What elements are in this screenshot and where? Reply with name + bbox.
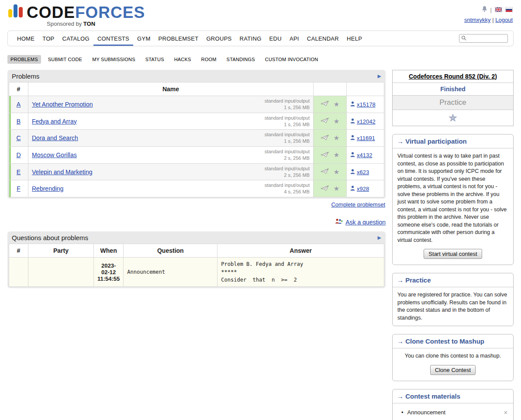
subnav-room[interactable]: ROOM bbox=[198, 55, 220, 64]
subnav-status[interactable]: STATUS bbox=[142, 55, 167, 64]
search-input[interactable] bbox=[466, 35, 506, 42]
lang-separator: | bbox=[490, 7, 492, 13]
practice-box: → Practice You are registered for practi… bbox=[392, 273, 514, 326]
clone-contest-body: You can clone this contest to a mashup. bbox=[393, 348, 513, 364]
language-en-flag-icon[interactable] bbox=[495, 7, 502, 12]
logo-code: CODE bbox=[27, 3, 75, 21]
codeforces-logo[interactable]: CODEFORCES bbox=[8, 4, 145, 19]
problem-limits: standard input/output 2 s, 256 MB bbox=[265, 165, 310, 179]
sponsored-brand: TON bbox=[83, 21, 95, 27]
clone-contest-button[interactable]: Clone Contest bbox=[430, 365, 476, 375]
nav-home[interactable]: HOME bbox=[13, 31, 38, 46]
question-row: 2023-02-12 11:54:55 Announcement Problem… bbox=[9, 258, 384, 287]
favorite-star-icon[interactable]: ★ bbox=[334, 100, 339, 108]
solved-count-link[interactable]: x623 bbox=[350, 169, 369, 176]
expand-arrow-icon[interactable]: ▶ bbox=[378, 73, 381, 79]
solved-count-link[interactable]: x928 bbox=[350, 186, 369, 192]
favorite-star-icon[interactable]: ★ bbox=[334, 134, 339, 141]
svg-text:+: + bbox=[341, 219, 343, 224]
contest-star-row: ★ bbox=[393, 110, 513, 126]
favorite-star-icon[interactable]: ★ bbox=[334, 117, 339, 125]
problem-name-link[interactable]: Rebrending bbox=[32, 185, 63, 192]
problem-index-link[interactable]: A bbox=[17, 101, 21, 108]
submit-paper-plane-icon[interactable] bbox=[321, 118, 329, 125]
username-link[interactable]: sntmxykky bbox=[464, 17, 491, 23]
solved-person-icon bbox=[350, 152, 355, 158]
nav-contests[interactable]: CONTESTS bbox=[93, 31, 133, 46]
material-announcement-link[interactable]: Announcement bbox=[407, 409, 445, 416]
col-header-q-index: # bbox=[9, 244, 28, 258]
favorite-star-icon[interactable]: ★ bbox=[334, 185, 339, 192]
solved-count-link[interactable]: x15178 bbox=[350, 101, 376, 108]
problem-index-link[interactable]: B bbox=[17, 118, 21, 125]
nav-calendar[interactable]: CALENDAR bbox=[303, 31, 343, 46]
solved-count-link[interactable]: x11691 bbox=[350, 135, 375, 141]
expand-arrow-icon[interactable]: ▶ bbox=[378, 235, 381, 241]
solved-person-icon bbox=[350, 169, 355, 176]
nav-rating[interactable]: RATING bbox=[236, 31, 266, 46]
solved-count-link[interactable]: x4132 bbox=[350, 152, 372, 158]
submit-paper-plane-icon[interactable] bbox=[321, 152, 329, 159]
problem-name-link[interactable]: Fedya and Array bbox=[32, 118, 77, 125]
start-virtual-contest-button[interactable]: Start virtual contest bbox=[424, 249, 482, 259]
subnav-custom-invocation[interactable]: CUSTOM INVOCATION bbox=[262, 55, 321, 64]
material-item-announcement: • Announcement × bbox=[401, 406, 509, 419]
subnav-problems[interactable]: PROBLEMS bbox=[7, 55, 41, 64]
problem-name-link[interactable]: Velepin and Marketing bbox=[32, 169, 93, 176]
submit-paper-plane-icon[interactable] bbox=[321, 135, 329, 142]
nav-help[interactable]: HELP bbox=[343, 31, 366, 46]
logo-forces: FORCES bbox=[75, 3, 145, 21]
complete-problemset-link[interactable]: Complete problemset bbox=[331, 201, 385, 208]
subnav-submit-code[interactable]: SUBMIT CODE bbox=[45, 55, 85, 64]
contest-title-link[interactable]: Codeforces Round 852 (Div. 2) bbox=[409, 73, 497, 80]
language-ru-flag-icon[interactable] bbox=[505, 7, 513, 12]
solved-count-link[interactable]: x12042 bbox=[350, 118, 376, 125]
nav-catalog[interactable]: CATALOG bbox=[59, 31, 93, 46]
contest-sub-nav: PROBLEMS SUBMIT CODE MY SUBMISSIONS STAT… bbox=[7, 55, 514, 64]
problem-row-b: B Fedya and Array standard input/output … bbox=[9, 113, 384, 130]
close-icon[interactable]: × bbox=[503, 409, 509, 416]
submit-paper-plane-icon[interactable] bbox=[321, 169, 329, 176]
solved-person-icon bbox=[350, 135, 355, 141]
header-right: | sntmxykky | Logout bbox=[464, 4, 513, 23]
solved-person-icon bbox=[350, 118, 355, 125]
logo-block: CODEFORCES Sponsored by TON bbox=[8, 4, 145, 27]
problem-name-link[interactable]: Moscow Gorillas bbox=[32, 151, 77, 158]
user-row: sntmxykky | Logout bbox=[464, 17, 513, 23]
problem-name-link[interactable]: Yet Another Promotion bbox=[32, 101, 93, 108]
favorite-star-icon[interactable]: ★ bbox=[334, 151, 339, 158]
submit-paper-plane-icon[interactable] bbox=[321, 186, 329, 193]
problem-row-d: D Moscow Gorillas standard input/output … bbox=[9, 147, 384, 164]
problem-index-link[interactable]: D bbox=[16, 151, 21, 158]
clone-contest-box: → Clone Contest to Mashup You can clone … bbox=[392, 334, 514, 381]
contest-info-box: Codeforces Round 852 (Div. 2) Finished P… bbox=[392, 70, 514, 126]
practice-title: → Practice bbox=[393, 273, 513, 287]
nav-api[interactable]: API bbox=[286, 31, 303, 46]
favorite-star-icon[interactable]: ★ bbox=[334, 168, 339, 176]
nav-gym[interactable]: GYM bbox=[133, 31, 155, 46]
bell-icon[interactable] bbox=[482, 6, 487, 14]
user-separator: | bbox=[492, 17, 493, 23]
logout-link[interactable]: Logout bbox=[495, 17, 513, 23]
ask-question-link[interactable]: Ask a question bbox=[345, 219, 386, 226]
subnav-standings[interactable]: STANDINGS bbox=[224, 55, 258, 64]
question-text-cell: Announcement bbox=[124, 258, 217, 287]
nav-problemset[interactable]: PROBLEMSET bbox=[155, 31, 203, 46]
problem-index-link[interactable]: C bbox=[16, 134, 21, 141]
nav-top[interactable]: TOP bbox=[38, 31, 58, 46]
nav-edu[interactable]: EDU bbox=[266, 31, 286, 46]
virtual-button-row: Start virtual contest bbox=[393, 248, 513, 265]
nav-groups[interactable]: GROUPS bbox=[202, 31, 235, 46]
subnav-hacks[interactable]: HACKS bbox=[171, 55, 194, 64]
submit-paper-plane-icon[interactable] bbox=[321, 101, 329, 108]
sponsored-line: Sponsored by TON bbox=[47, 21, 145, 27]
subnav-my-submissions[interactable]: MY SUBMISSIONS bbox=[89, 55, 138, 64]
questions-datatable: Questions about problems ▶ # Party When … bbox=[7, 231, 386, 288]
problem-name-link[interactable]: Dora and Search bbox=[32, 134, 78, 141]
problem-index-link[interactable]: E bbox=[17, 169, 21, 176]
search-box bbox=[459, 34, 508, 43]
problem-index-link[interactable]: F bbox=[17, 185, 21, 192]
contest-status: Finished bbox=[393, 83, 513, 96]
col-header-solved bbox=[347, 83, 384, 96]
contest-favorite-star-icon[interactable]: ★ bbox=[449, 113, 457, 123]
